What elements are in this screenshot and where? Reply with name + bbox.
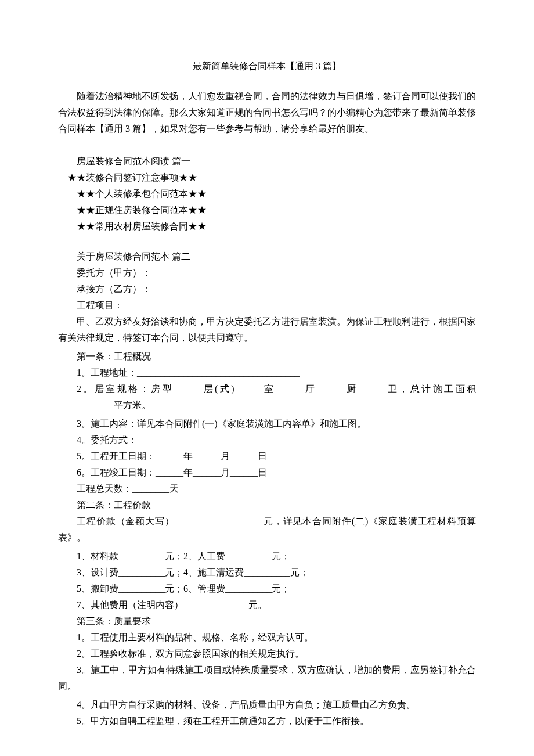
- article1-item: 2。居室规格：房型______层(式)______室______厅______厨…: [58, 381, 476, 413]
- project-label: 工程项目：: [58, 297, 476, 314]
- article2-title: 第二条：工程价款: [58, 497, 476, 513]
- article2-item: 3、设计费__________元；4、施工清运费__________元；: [58, 564, 476, 581]
- article3-item: 2。工程验收标准，双方同意参照国家的相关规定执行。: [58, 646, 476, 662]
- article1-title: 第一条：工程概况: [58, 348, 476, 365]
- article3-item: 5。甲方如自聘工程监理，须在工程开工前通知乙方，以便于工作衔接。: [58, 713, 476, 729]
- party-b-label: 承接方（乙方）：: [58, 281, 476, 297]
- article2-item: 5、搬卸费__________元；6、管理费__________元；: [58, 581, 476, 597]
- article1-item: 3。施工内容：详见本合同附件(一)《家庭装潢施工内容单》和施工图。: [58, 416, 476, 432]
- section1-title: 房屋装修合同范本阅读 篇一: [58, 153, 476, 170]
- agreement-intro: 甲、乙双方经友好洽谈和协商，甲方决定委托乙方进行居室装潢。为保证工程顺利进行，根…: [58, 314, 476, 346]
- article1-item: 1。工程地址：_________________________________…: [58, 365, 476, 381]
- spacer: [58, 139, 476, 153]
- spacer: [58, 235, 476, 249]
- article3-item: 1。工程使用主要材料的品种、规格、名称，经双方认可。: [58, 629, 476, 646]
- article2-item: 7、其他费用（注明内容）______________元。: [58, 597, 476, 613]
- article3-item: 3。施工中，甲方如有特殊施工项目或特殊质量要求，双方应确认，增加的费用，应另签订…: [58, 662, 476, 694]
- article3-title: 第三条：质量要求: [58, 613, 476, 629]
- article2-price: 工程价款（金额大写）___________________元，详见本合同附件(二…: [58, 513, 476, 546]
- star-item: ★★正规住房装修合同范本★★: [58, 202, 476, 218]
- article1-item: 6。工程竣工日期：______年______月______日: [58, 465, 476, 481]
- section2-title: 关于房屋装修合同范本 篇二: [58, 249, 476, 265]
- party-a-label: 委托方（甲方）：: [58, 265, 476, 281]
- intro-paragraph: 随着法治精神地不断发扬，人们愈发重视合同，合同的法律效力与日俱增，签订合同可以使…: [58, 88, 476, 137]
- article2-item: 1、材料款__________元；2、人工费__________元；: [58, 548, 476, 564]
- article1-item: 5。工程开工日期：______年______月______日: [58, 448, 476, 465]
- document-title: 最新简单装修合同样本【通用 3 篇】: [58, 58, 476, 74]
- star-item: ★★常用农村房屋装修合同★★: [58, 218, 476, 235]
- article1-item: 4。委托方式：_________________________________…: [58, 432, 476, 448]
- article3-item: 4。凡由甲方自行采购的材料、设备，产品质量由甲方自负；施工质量由乙方负责。: [58, 697, 476, 713]
- article1-item: 工程总天数：________天: [58, 481, 476, 497]
- star-item: ★★个人装修承包合同范本★★: [58, 186, 476, 202]
- star-item: ★★装修合同签订注意事项★★: [58, 170, 476, 186]
